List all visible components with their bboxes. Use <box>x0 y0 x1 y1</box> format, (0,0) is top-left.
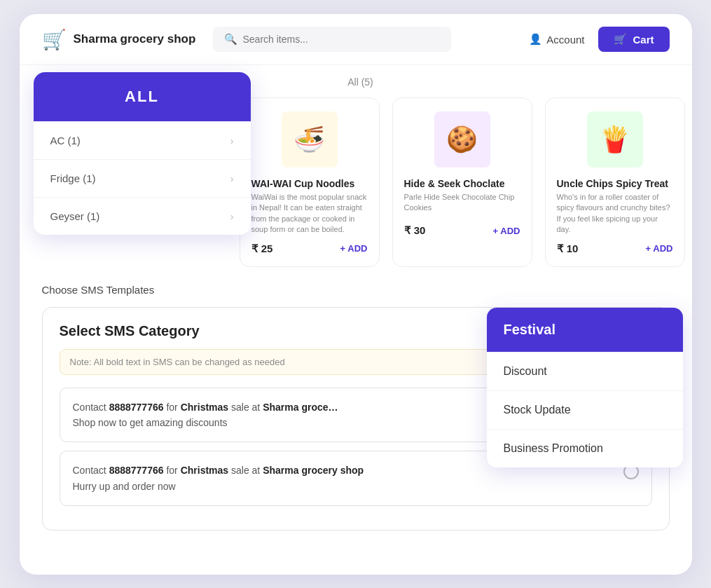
product-image-2: 🍪 <box>404 108 520 171</box>
product-name-2: Hide & Seek Choclate <box>404 178 520 189</box>
cart-button[interactable]: 🛒 Cart <box>598 27 669 52</box>
chevron-right-icon: › <box>230 173 234 184</box>
product-price-3: ₹ 10 <box>557 242 579 255</box>
sms-dropdown-item-stock[interactable]: Stock Update <box>487 390 683 429</box>
chevron-right-icon: › <box>230 135 234 146</box>
sms-section: Choose SMS Templates Select SMS Category… <box>20 284 692 554</box>
category-label-geyser: Geyser (1) <box>50 210 100 222</box>
main-card: 🛒 Sharma grocery shop 🔍 👤 Account 🛒 Cart… <box>20 14 692 575</box>
product-image-1: 🍜 <box>251 108 368 171</box>
sms-message-text-2: Contact 8888777766 for Christmas sale at… <box>73 463 615 494</box>
category-item-ac[interactable]: AC (1) › <box>34 121 251 159</box>
product-price-2: ₹ 30 <box>404 224 426 237</box>
shop-name: Sharma grocery shop <box>74 32 196 46</box>
add-button-1[interactable]: + ADD <box>340 243 368 254</box>
add-button-3[interactable]: + ADD <box>646 243 673 254</box>
product-desc-3: Who's in for a roller coaster of spicy f… <box>557 192 673 235</box>
product-name-1: WAI-WAI Cup Noodles <box>251 178 368 189</box>
cart-icon: 🛒 <box>614 33 627 46</box>
product-name-3: Uncle Chips Spicy Treat <box>557 178 673 189</box>
product-desc-1: WaiWai is the most popular snack in Nepa… <box>251 192 368 235</box>
products-section: All (5) ALL AC (1) › Fridge (1) › Geyser… <box>20 65 692 284</box>
body-content: All (5) ALL AC (1) › Fridge (1) › Geyser… <box>20 65 692 284</box>
sms-dropdown-selected[interactable]: Festival <box>487 308 683 352</box>
header: 🛒 Sharma grocery shop 🔍 👤 Account 🛒 Cart <box>20 14 692 65</box>
category-label-ac: AC (1) <box>50 135 81 146</box>
category-item-geyser[interactable]: Geyser (1) › <box>34 197 251 235</box>
sms-section-title: Choose SMS Templates <box>42 284 670 296</box>
product-footer-1: ₹ 25 + ADD <box>251 242 368 255</box>
search-icon: 🔍 <box>224 33 237 46</box>
product-price-1: ₹ 25 <box>251 242 273 255</box>
sms-dropdown-item-discount[interactable]: Discount <box>487 352 683 390</box>
sms-category-dropdown: Festival Discount Stock Update Business … <box>487 308 683 467</box>
sms-dropdown-item-business[interactable]: Business Promotion <box>487 429 683 467</box>
product-card-1: 🍜 WAI-WAI Cup Noodles WaiWai is the most… <box>240 97 380 267</box>
sms-panel: Select SMS Category Note: All bold text … <box>42 307 670 531</box>
account-button[interactable]: 👤 Account <box>529 33 584 46</box>
product-footer-2: ₹ 30 + ADD <box>404 224 520 237</box>
header-right: 👤 Account 🛒 Cart <box>529 27 669 52</box>
product-desc-2: Parle Hide Seek Chocolate Chip Cookies <box>404 192 520 217</box>
category-dropdown: ALL AC (1) › Fridge (1) › Geyser (1) › <box>34 72 251 235</box>
logo-area: 🛒 Sharma grocery shop <box>42 28 196 51</box>
category-label-fridge: Fridge (1) <box>50 172 96 184</box>
category-all[interactable]: ALL <box>34 72 251 121</box>
search-input[interactable] <box>243 34 440 45</box>
add-button-2[interactable]: + ADD <box>493 226 520 236</box>
products-grid: 🍜 WAI-WAI Cup Noodles WaiWai is the most… <box>240 97 685 267</box>
product-image-3: 🍟 <box>557 108 673 171</box>
category-item-fridge[interactable]: Fridge (1) › <box>34 159 251 197</box>
logo-icon: 🛒 <box>42 28 67 51</box>
product-card-3: 🍟 Uncle Chips Spicy Treat Who's in for a… <box>545 97 685 267</box>
chevron-right-icon: › <box>230 211 234 222</box>
product-footer-3: ₹ 10 + ADD <box>557 242 673 255</box>
user-icon: 👤 <box>529 33 542 46</box>
product-card-2: 🍪 Hide & Seek Choclate Parle Hide Seek C… <box>392 97 532 267</box>
search-bar[interactable]: 🔍 <box>213 27 451 52</box>
